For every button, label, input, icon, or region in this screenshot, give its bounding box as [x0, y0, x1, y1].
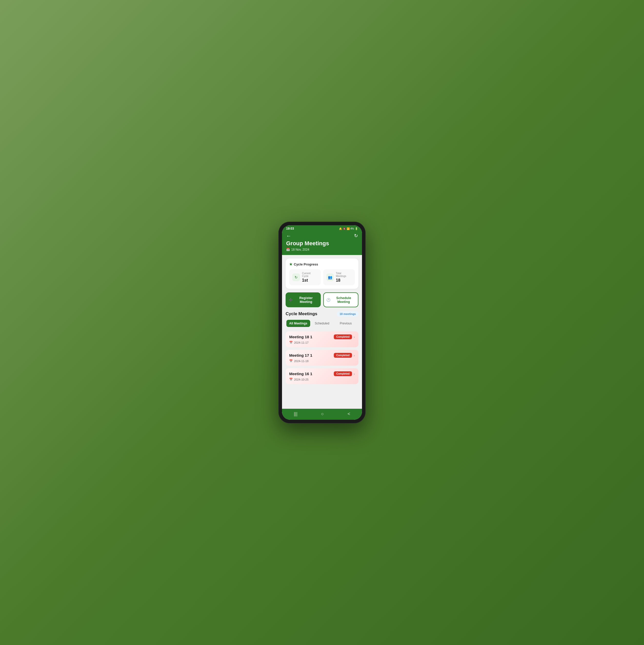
tab-all-meetings[interactable]: All Meetings [286, 320, 310, 327]
total-meetings-box: 👥 Total Meetings 18 [323, 269, 355, 285]
register-meeting-button[interactable]: ➕ Register Meeting [286, 292, 321, 307]
refresh-button[interactable]: ↻ [354, 233, 358, 239]
home-nav-icon[interactable]: ○ [321, 411, 324, 417]
meeting-card-16[interactable]: Meeting 16 1 Completed › 📅 2024-10-25 [286, 368, 358, 384]
header-date: 📅 18 Nov, 2024 [286, 248, 358, 251]
meeting-card-row: Meeting 16 1 Completed › [289, 371, 355, 376]
date-value: 2024-10-25 [294, 378, 308, 381]
action-buttons: ➕ Register Meeting 🕐 Schedule Meeting [286, 292, 358, 307]
total-meetings-value: 18 [336, 278, 352, 283]
status-time: 19:03 [286, 227, 294, 230]
meeting-name: Meeting 17 1 [289, 353, 312, 358]
total-meetings-info: Total Meetings 18 [336, 272, 352, 283]
main-content: ★ Cycle Progress ↻ Current Cycle 1st 👥 [282, 255, 362, 409]
header-nav: ← ↻ [286, 233, 358, 239]
chevron-right-icon: › [353, 372, 355, 376]
meeting-date: 📅 2024-11-17 [289, 341, 355, 344]
cycle-stats: ↻ Current Cycle 1st 👥 Total Meetings 18 [289, 269, 355, 285]
meeting-name: Meeting 16 1 [289, 372, 312, 376]
meeting-status-row: Completed › [334, 335, 355, 339]
chevron-right-icon: › [353, 353, 355, 358]
star-icon: ★ [289, 262, 293, 266]
cycle-meetings-title: Cycle Meetings [286, 311, 317, 316]
battery-icon: 🔔 🔇 📶 [339, 227, 350, 230]
date-value: 2024-11-18 [294, 360, 308, 363]
battery-level-icon: 🔋 [355, 227, 358, 230]
battery-text: 4% [350, 227, 354, 230]
meeting-date: 📅 2024-11-18 [289, 359, 355, 363]
current-cycle-label: Current Cycle [302, 272, 318, 277]
schedule-meeting-button[interactable]: 🕐 Schedule Meeting [323, 292, 358, 307]
meetings-icon: 👥 [326, 273, 334, 281]
date-icon: 📅 [289, 341, 293, 344]
calendar-icon: 📅 [286, 248, 290, 251]
cycle-refresh-icon: ↻ [292, 273, 300, 281]
cycle-card-title: ★ Cycle Progress [289, 262, 355, 266]
current-cycle-box: ↻ Current Cycle 1st [289, 269, 321, 285]
current-cycle-info: Current Cycle 1st [302, 272, 318, 283]
plus-icon: ➕ [289, 298, 293, 302]
status-icons: 🔔 🔇 📶 4% 🔋 [339, 227, 358, 230]
section-header: Cycle Meetings 18 meetings [286, 311, 358, 316]
meeting-name: Meeting 18 1 [289, 335, 312, 339]
meeting-card-18[interactable]: Meeting 18 1 Completed › 📅 2024-11-17 [286, 331, 358, 347]
chevron-right-icon: › [353, 335, 355, 339]
date-value: 2024-11-17 [294, 341, 308, 344]
tab-scheduled[interactable]: Scheduled [310, 320, 334, 327]
phone-screen: 19:03 🔔 🔇 📶 4% 🔋 ← ↻ Group Meetings 📅 18… [282, 225, 362, 420]
clock-icon: 🕐 [326, 298, 330, 302]
menu-nav-icon[interactable]: ||| [294, 411, 297, 417]
page-title: Group Meetings [286, 240, 358, 247]
schedule-label: Schedule Meeting [332, 296, 355, 304]
bottom-nav: ||| ○ < [282, 409, 362, 420]
date-icon: 📅 [289, 359, 293, 363]
phone-device: 19:03 🔔 🔇 📶 4% 🔋 ← ↻ Group Meetings 📅 18… [279, 222, 365, 423]
completed-badge: Completed [334, 371, 352, 376]
meeting-card-row: Meeting 17 1 Completed › [289, 353, 355, 358]
date-text: 18 Nov, 2024 [291, 248, 309, 251]
completed-badge: Completed [334, 353, 352, 358]
cycle-progress-card: ★ Cycle Progress ↻ Current Cycle 1st 👥 [286, 258, 358, 289]
total-meetings-label: Total Meetings [336, 272, 352, 277]
tab-previous[interactable]: Previous [334, 320, 358, 327]
back-button[interactable]: ← [286, 233, 291, 238]
back-nav-icon[interactable]: < [347, 411, 350, 417]
current-cycle-value: 1st [302, 278, 318, 283]
meetings-count-badge: 18 meetings [337, 311, 358, 316]
header: ← ↻ Group Meetings 📅 18 Nov, 2024 [282, 231, 362, 255]
meeting-card-row: Meeting 18 1 Completed › [289, 335, 355, 339]
meeting-date: 📅 2024-10-25 [289, 378, 355, 381]
meeting-status-row: Completed › [334, 371, 355, 376]
date-icon: 📅 [289, 378, 293, 381]
filter-tabs: All Meetings Scheduled Previous [286, 319, 358, 328]
completed-badge: Completed [334, 335, 352, 339]
register-label: Register Meeting [294, 296, 318, 304]
status-bar: 19:03 🔔 🔇 📶 4% 🔋 [282, 225, 362, 231]
cycle-progress-label: Cycle Progress [294, 262, 318, 266]
meeting-card-17[interactable]: Meeting 17 1 Completed › 📅 2024-11-18 [286, 350, 358, 366]
meeting-status-row: Completed › [334, 353, 355, 358]
